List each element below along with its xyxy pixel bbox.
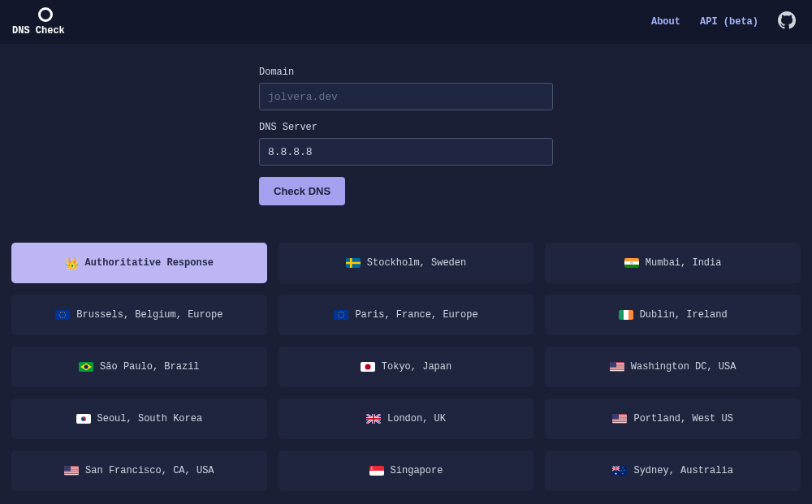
location-label: Washington DC, USA [631, 361, 736, 373]
location-card[interactable]: 👑Authoritative Response [11, 243, 267, 283]
svg-rect-25 [619, 310, 624, 320]
github-link[interactable] [778, 11, 796, 32]
svg-rect-37 [610, 367, 624, 368]
eu-flag-icon [55, 310, 70, 320]
svg-point-9 [64, 312, 65, 313]
nav: About API (beta) [651, 11, 796, 32]
svg-point-22 [339, 317, 339, 317]
location-card[interactable]: Paris, France, Europe [279, 295, 534, 335]
location-label: San Francisco, CA, USA [85, 465, 214, 476]
location-card[interactable]: Stockholm, Sweden [279, 243, 534, 283]
svg-rect-51 [612, 414, 619, 419]
svg-rect-50 [612, 422, 627, 423]
svg-rect-57 [64, 472, 79, 473]
header: DNS Check About API (beta) [0, 0, 812, 44]
svg-rect-58 [64, 474, 79, 475]
location-card[interactable]: Mumbai, India [545, 243, 801, 283]
nav-about[interactable]: About [651, 16, 680, 28]
location-label: Tokyo, Japan [382, 361, 451, 373]
location-card[interactable]: Tokyo, Japan [279, 347, 534, 387]
us-flag-icon [610, 362, 624, 372]
domain-input[interactable] [259, 83, 553, 110]
check-dns-button[interactable]: Check DNS [259, 177, 345, 205]
location-label: Portland, West US [633, 413, 732, 424]
svg-point-69 [623, 473, 624, 474]
svg-rect-40 [610, 362, 616, 367]
sg-flag-icon [369, 466, 384, 476]
logo-circle-icon [38, 7, 53, 22]
svg-point-67 [623, 467, 624, 468]
location-label: Stockholm, Sweden [367, 257, 466, 269]
svg-point-30 [84, 365, 89, 369]
svg-point-15 [60, 312, 61, 313]
crown-flag-icon: 👑 [65, 256, 79, 270]
ie-flag-icon [619, 310, 633, 320]
location-card[interactable]: Portland, West US [545, 398, 801, 439]
server-input[interactable] [259, 138, 553, 166]
location-card[interactable]: Singapore [279, 450, 534, 491]
location-label: Dublin, Ireland [640, 309, 728, 321]
svg-rect-2 [346, 262, 361, 265]
svg-rect-3 [624, 258, 639, 261]
server-label: DNS Server [259, 122, 553, 133]
svg-point-23 [338, 315, 339, 316]
svg-rect-38 [610, 368, 624, 369]
svg-point-32 [365, 364, 370, 370]
svg-point-10 [65, 315, 66, 316]
location-card[interactable]: San Francisco, CA, USA [11, 450, 267, 491]
nav-api[interactable]: API (beta) [700, 16, 758, 28]
svg-point-17 [341, 312, 342, 312]
jp-flag-icon [361, 362, 375, 372]
svg-rect-48 [612, 419, 627, 420]
location-label: Authoritative Response [85, 257, 214, 269]
location-label: Singapore [391, 465, 443, 476]
svg-point-24 [339, 312, 339, 313]
in-flag-icon [624, 258, 639, 268]
location-card[interactable]: Dublin, Ireland [545, 295, 801, 335]
location-label: Sydney, Australia [633, 465, 732, 476]
us-flag-icon [612, 414, 627, 424]
location-grid: 👑Authoritative ResponseStockholm, Sweden… [0, 205, 812, 502]
svg-point-70 [621, 471, 622, 472]
svg-point-21 [341, 317, 342, 318]
svg-rect-59 [64, 466, 71, 471]
kr-flag-icon [76, 414, 91, 424]
svg-point-14 [59, 315, 60, 316]
location-card[interactable]: Sydney, Australia [545, 450, 801, 491]
logo[interactable]: DNS Check [12, 7, 65, 37]
github-icon [778, 11, 796, 29]
se-flag-icon [346, 258, 361, 268]
location-label: São Paulo, Brazil [100, 361, 199, 373]
gb-flag-icon [366, 414, 381, 424]
location-card[interactable]: Washington DC, USA [545, 347, 801, 387]
svg-point-13 [60, 317, 61, 317]
location-card[interactable]: São Paulo, Brazil [11, 347, 267, 387]
svg-rect-7 [55, 310, 70, 320]
svg-point-19 [343, 315, 344, 316]
au-flag-icon [612, 466, 627, 476]
location-label: Mumbai, India [646, 257, 722, 269]
us-flag-icon [64, 466, 79, 476]
form-section: Domain DNS Server Check DNS [259, 67, 553, 205]
svg-rect-61 [369, 471, 384, 476]
br-flag-icon [79, 362, 93, 372]
location-label: Seoul, South Korea [97, 413, 203, 424]
svg-point-71 [624, 472, 624, 472]
svg-rect-56 [64, 471, 79, 472]
location-label: London, UK [387, 413, 446, 424]
location-label: Brussels, Belgium, Europe [76, 309, 222, 321]
svg-point-18 [343, 312, 343, 313]
location-label: Paris, France, Europe [355, 309, 477, 321]
svg-point-68 [624, 470, 625, 471]
location-card[interactable]: Brussels, Belgium, Europe [11, 295, 267, 335]
location-card[interactable]: Seoul, South Korea [11, 398, 267, 439]
svg-rect-16 [334, 310, 348, 320]
location-card[interactable]: London, UK [279, 398, 534, 439]
svg-rect-26 [624, 310, 628, 320]
svg-point-12 [63, 317, 63, 318]
domain-label: Domain [259, 67, 553, 78]
svg-point-63 [371, 467, 374, 470]
svg-rect-5 [624, 265, 639, 268]
logo-text: DNS Check [12, 25, 65, 37]
svg-rect-39 [610, 370, 624, 371]
